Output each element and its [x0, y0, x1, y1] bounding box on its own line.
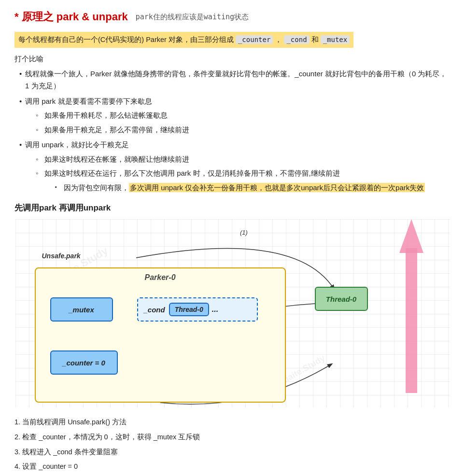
analogy-title: 打个比喻	[14, 55, 451, 64]
list-item: 线程就像一个旅人，Parker 就像他随身携带的背包，条件变量就好比背包中的帐篷…	[19, 68, 451, 92]
sub-list-item: 如果这时线程还在帐篷，就唤醒让他继续前进	[36, 153, 451, 166]
highlighted-text: 多次调用 unpark 仅会补充一份备用干粮，也就是多次unpark后只会让紧跟…	[129, 183, 425, 192]
highlight-intro: 每个线程都有自己的一个(C代码实现的) Parker 对象，由三部分组成 _co…	[14, 32, 353, 48]
steps-list: 1. 当前线程调用 Unsafe.park() 方法 2. 检查 _counte…	[14, 416, 451, 473]
list-item: 调用 unpark，就好比令干粮充足 如果这时线程还在帐篷，就唤醒让他继续前进 …	[19, 139, 451, 194]
arrow-up-svg	[397, 219, 426, 398]
subtitle-text: park住的线程应该是waiting状态	[136, 13, 249, 22]
svg-rect-0	[406, 248, 417, 393]
parker-label: Parker-0	[144, 273, 175, 282]
mutex-mono: _mutex	[321, 35, 350, 44]
sub-list-item: 如果这时线程还在运行，那么下次他调用 park 时，仅是消耗掉备用干粮，不需停留…	[36, 167, 451, 194]
ellipsis: ...	[212, 305, 218, 314]
title-text: * 原理之 park & unpark	[14, 10, 128, 24]
sep1: ，	[275, 36, 282, 43]
diagram: iiaite.Study iiaite.Study iiaite.Study U…	[15, 219, 450, 407]
cond-mono: _cond	[284, 35, 309, 44]
mutex-box: _mutex	[50, 297, 113, 322]
intro-text-before: 每个线程都有自己的一个(C代码实现的) Parker 对象，由三部分组成	[18, 36, 234, 43]
step-item: 4. 设置 _counter = 0	[14, 461, 451, 473]
sub-list-item: 如果备用干粮耗尽，那么钻进帐篷歇息	[36, 109, 451, 122]
sub-sub-list: 因为背包空间有限，多次调用 unpark 仅会补充一份备用干粮，也就是多次unp…	[44, 182, 451, 194]
cond-box: _cond Thread-0 ...	[137, 297, 258, 322]
thread0-inside-box: Thread-0	[169, 303, 209, 316]
counter-box: _counter = 0	[50, 350, 118, 375]
svg-marker-1	[399, 219, 423, 253]
step-item: 2. 检查 _counter，本情况为 0，这时，获得 _mutex 互斥锁	[14, 431, 451, 443]
sub-list: 如果备用干粮耗尽，那么钻进帐篷歇息 如果备用干粮充足，那么不需停留，继续前进	[25, 109, 451, 136]
bullet-list: 线程就像一个旅人，Parker 就像他随身携带的背包，条件变量就好比背包中的帐篷…	[14, 68, 451, 194]
sub-sub-list-item: 因为背包空间有限，多次调用 unpark 仅会补充一份备用干粮，也就是多次unp…	[55, 182, 451, 194]
parker-box: Parker-0 _mutex _cond Thread-0 ... _coun…	[35, 267, 286, 403]
step-item: 1. 当前线程调用 Unsafe.park() 方法	[14, 416, 451, 428]
step-item: 3. 线程进入 _cond 条件变量阻塞	[14, 446, 451, 458]
sub-list: 如果这时线程还在帐篷，就唤醒让他继续前进 如果这时线程还在运行，那么下次他调用 …	[25, 153, 451, 194]
unsafe-park-label: Unsafe.park	[42, 252, 81, 260]
thread0-external-box: Thread-0	[315, 287, 368, 311]
section2-title: 先调用park 再调用unpark	[14, 202, 451, 213]
page-title: * 原理之 park & unpark park住的线程应该是waiting状态	[14, 10, 451, 24]
counter-mono: _counter	[236, 35, 273, 44]
list-item: 调用 park 就是要看需不需要停下来歇息 如果备用干粮耗尽，那么钻进帐篷歇息 …	[19, 95, 451, 136]
and-text: 和	[311, 36, 321, 43]
sub-list-item: 如果备用干粮充足，那么不需停留，继续前进	[36, 124, 451, 136]
